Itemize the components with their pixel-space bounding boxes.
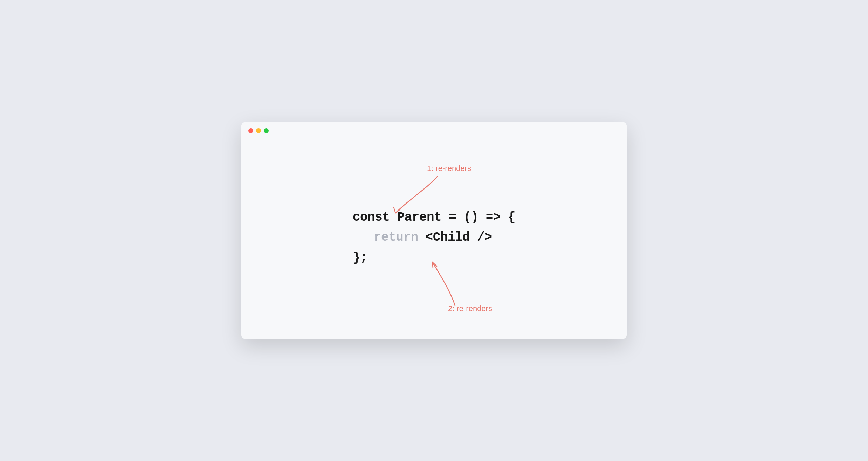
top-annotation-text: 1: re-renders [427, 164, 471, 173]
code-line-1: const Parent = () => { [353, 207, 515, 228]
code-line-3: }; [353, 248, 515, 268]
bottom-annotation-text: 2: re-renders [448, 304, 492, 313]
code-closing-brace: }; [353, 250, 367, 265]
minimize-button[interactable] [256, 128, 261, 133]
code-line-2: return <Child /> [374, 227, 515, 248]
bottom-arrow-path [432, 262, 455, 306]
code-block: const Parent = () => { return <Child /> … [353, 207, 515, 268]
maximize-button[interactable] [264, 128, 269, 133]
browser-window: 1: re-renders 2: re-renders const Parent… [241, 122, 627, 339]
close-button[interactable] [248, 128, 253, 133]
code-return-keyword: return [374, 230, 418, 245]
title-bar [241, 122, 627, 139]
code-const-parent: const Parent = () => { [353, 210, 515, 225]
content-area: 1: re-renders 2: re-renders const Parent… [241, 139, 627, 336]
code-child-jsx: <Child /> [418, 230, 492, 245]
